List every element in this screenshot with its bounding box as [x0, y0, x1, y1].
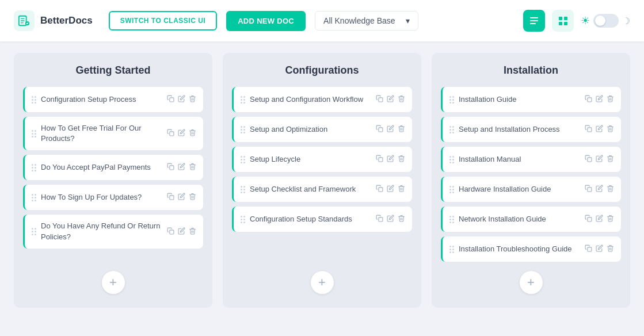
copy-icon[interactable]	[167, 227, 174, 236]
add-item-button-2[interactable]: +	[520, 271, 543, 294]
delete-icon[interactable]	[607, 95, 614, 104]
doc-list-1: Setup and Configuration Workflow Setup a…	[232, 87, 412, 262]
doc-item-name: How To Get Free Trial For Our Products?	[41, 123, 162, 144]
edit-icon[interactable]	[596, 245, 603, 254]
drag-handle-icon[interactable]	[449, 186, 454, 193]
delete-icon[interactable]	[607, 185, 614, 194]
edit-icon[interactable]	[178, 129, 185, 138]
doc-item-name: Setup and Optimization	[250, 124, 371, 135]
delete-icon[interactable]	[398, 185, 405, 194]
edit-icon[interactable]	[178, 163, 185, 172]
copy-icon[interactable]	[167, 95, 174, 104]
copy-icon[interactable]	[585, 215, 592, 224]
drag-handle-icon[interactable]	[449, 96, 454, 104]
theme-toggle[interactable]	[593, 14, 619, 28]
drag-handle-icon[interactable]	[449, 246, 454, 253]
copy-icon[interactable]	[376, 155, 383, 164]
list-item: Configuration Setup Process	[23, 87, 203, 112]
drag-handle-icon[interactable]	[449, 126, 454, 133]
doc-actions	[585, 125, 614, 134]
grid-view-button[interactable]	[552, 10, 574, 32]
drag-handle-icon[interactable]	[241, 186, 245, 193]
copy-icon[interactable]	[167, 129, 174, 138]
svg-rect-13	[588, 128, 592, 132]
copy-icon[interactable]	[585, 185, 592, 194]
copy-icon[interactable]	[376, 125, 383, 134]
doc-item-name: Do You Have Any Refund Or Return Policie…	[41, 221, 162, 242]
list-item: Do You Have Any Refund Or Return Policie…	[23, 215, 203, 248]
delete-icon[interactable]	[189, 163, 196, 172]
list-item: Installation Guide	[441, 87, 621, 112]
delete-icon[interactable]	[607, 245, 614, 254]
drag-handle-icon[interactable]	[32, 96, 36, 104]
delete-icon[interactable]	[398, 95, 405, 104]
drag-handle-icon[interactable]	[241, 156, 245, 163]
column-configurations: Configurations Setup and Configuration W…	[223, 53, 421, 308]
column-getting-started: Getting Started Configuration Setup Proc…	[14, 53, 212, 308]
list-icon	[530, 17, 538, 24]
edit-icon[interactable]	[387, 125, 394, 134]
list-item: Setup Checklist and Framework	[232, 177, 412, 202]
copy-icon[interactable]	[376, 95, 383, 104]
copy-icon[interactable]	[585, 95, 592, 104]
svg-rect-2	[170, 98, 174, 102]
drag-handle-icon[interactable]	[449, 156, 454, 163]
add-item-button-1[interactable]: +	[311, 271, 334, 294]
delete-icon[interactable]	[398, 155, 405, 164]
delete-icon[interactable]	[398, 215, 405, 224]
edit-icon[interactable]	[178, 193, 185, 202]
delete-icon[interactable]	[189, 129, 196, 138]
doc-actions	[167, 95, 196, 104]
edit-icon[interactable]	[596, 95, 603, 104]
copy-icon[interactable]	[585, 245, 592, 254]
edit-icon[interactable]	[596, 125, 603, 134]
copy-icon[interactable]	[585, 125, 592, 134]
svg-rect-6	[170, 230, 174, 234]
edit-icon[interactable]	[387, 215, 394, 224]
delete-icon[interactable]	[189, 193, 196, 202]
copy-icon[interactable]	[376, 215, 383, 224]
edit-icon[interactable]	[596, 155, 603, 164]
copy-icon[interactable]	[585, 155, 592, 164]
drag-handle-icon[interactable]	[241, 96, 245, 104]
edit-icon[interactable]	[387, 185, 394, 194]
doc-list-2: Installation Guide Setup and Installatio…	[441, 87, 621, 262]
edit-icon[interactable]	[596, 215, 603, 224]
edit-icon[interactable]	[596, 185, 603, 194]
doc-item-name: Configuration Setup Standards	[250, 214, 371, 224]
svg-rect-8	[379, 128, 383, 132]
add-new-doc-button[interactable]: ADD NEW DOC	[226, 11, 306, 31]
drag-handle-icon[interactable]	[241, 216, 245, 223]
knowledge-base-select[interactable]: All Knowledge Base ▾	[315, 11, 418, 30]
edit-icon[interactable]	[387, 95, 394, 104]
doc-item-name: Setup Lifecycle	[250, 154, 371, 165]
switch-classic-button[interactable]: SWITCH TO CLASSIC UI	[109, 11, 217, 30]
copy-icon[interactable]	[167, 193, 174, 202]
doc-list-0: Configuration Setup Process How To Get F…	[23, 87, 203, 262]
delete-icon[interactable]	[607, 125, 614, 134]
svg-rect-16	[588, 217, 592, 222]
drag-handle-icon[interactable]	[32, 194, 36, 201]
edit-icon[interactable]	[178, 95, 185, 104]
delete-icon[interactable]	[189, 95, 196, 104]
list-view-button[interactable]	[523, 10, 545, 32]
edit-icon[interactable]	[178, 227, 185, 236]
copy-icon[interactable]	[167, 163, 174, 172]
drag-handle-icon[interactable]	[241, 126, 245, 133]
drag-handle-icon[interactable]	[449, 216, 454, 223]
delete-icon[interactable]	[607, 215, 614, 224]
drag-handle-icon[interactable]	[32, 130, 36, 138]
delete-icon[interactable]	[398, 125, 405, 134]
svg-rect-3	[170, 132, 174, 136]
doc-actions	[376, 215, 405, 224]
doc-actions	[376, 185, 405, 194]
drag-handle-icon[interactable]	[32, 228, 36, 235]
copy-icon[interactable]	[376, 185, 383, 194]
delete-icon[interactable]	[189, 227, 196, 236]
doc-actions	[376, 155, 405, 164]
edit-icon[interactable]	[387, 155, 394, 164]
list-item: Setup and Installation Process	[441, 117, 621, 142]
delete-icon[interactable]	[607, 155, 614, 164]
drag-handle-icon[interactable]	[32, 164, 36, 171]
add-item-button-0[interactable]: +	[102, 271, 125, 294]
